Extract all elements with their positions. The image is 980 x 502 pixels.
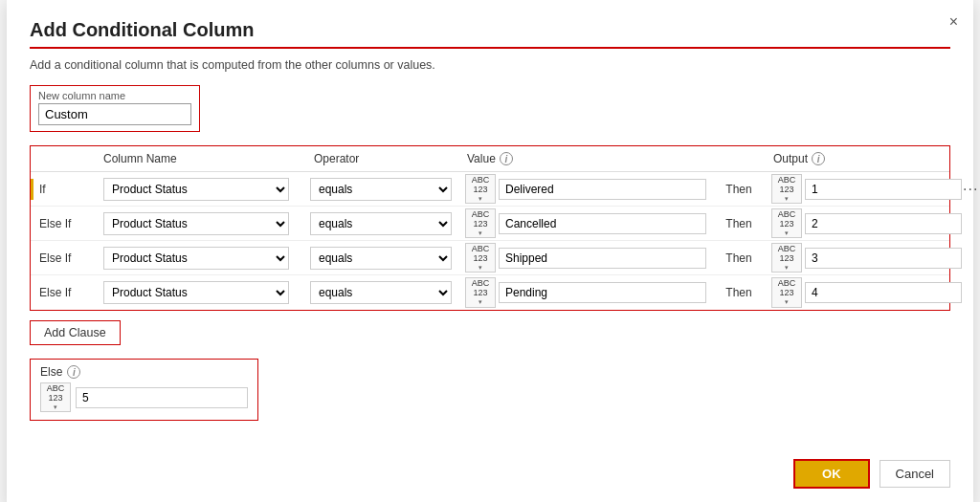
row-0-op: equals xyxy=(308,178,461,201)
new-column-section: New column name xyxy=(30,85,200,132)
dialog-subtitle: Add a conditional column that is compute… xyxy=(30,58,950,72)
row-2-operator-select[interactable]: equals xyxy=(310,247,452,270)
row-2-column-select[interactable]: Product Status xyxy=(103,247,289,270)
row-0-then: Then xyxy=(710,183,768,196)
row-3-then: Then xyxy=(710,286,768,299)
row-2-op: equals xyxy=(308,247,461,270)
else-section: Else i ABC 123 ▾ xyxy=(30,359,258,421)
row-0-output-input[interactable] xyxy=(805,179,962,200)
row-1-output-type-badge[interactable]: ABC 123 ▾ xyxy=(771,208,802,238)
table-row: Else If Product Status equals ABC 123 ▾ xyxy=(31,275,949,310)
row-0-actions: ··· xyxy=(959,181,980,198)
row-0-type-badge[interactable]: ABC 123 ▾ xyxy=(465,174,496,204)
row-0-output-cell: ABC 123 ▾ xyxy=(768,174,959,204)
row-3-value-input[interactable] xyxy=(499,282,706,303)
dialog-title: Add Conditional Column xyxy=(30,19,950,49)
row-2-then: Then xyxy=(710,251,768,265)
row-0-value-cell: ABC 123 ▾ xyxy=(461,174,710,204)
row-1-type-badge[interactable]: ABC 123 ▾ xyxy=(465,208,496,238)
header-then xyxy=(710,150,768,167)
else-info-icon: i xyxy=(67,365,80,379)
header-actions xyxy=(959,150,980,167)
value-info-icon: i xyxy=(500,152,513,165)
close-button[interactable]: × xyxy=(949,13,958,31)
cancel-button[interactable]: Cancel xyxy=(880,460,950,488)
header-operator: Operator xyxy=(308,150,461,167)
row-2-output-input[interactable] xyxy=(805,248,962,269)
row-0-value-input[interactable] xyxy=(499,179,706,200)
row-0-output-type-badge[interactable]: ABC 123 ▾ xyxy=(771,174,802,204)
row-1-value-cell: ABC 123 ▾ xyxy=(461,208,710,238)
header-output: Output i xyxy=(768,150,959,167)
row-0-label: If xyxy=(31,179,98,200)
header-column-name: Column Name xyxy=(98,150,308,167)
else-label: Else i xyxy=(40,365,248,379)
row-3-col: Product Status xyxy=(98,281,308,304)
row-1-then: Then xyxy=(710,217,768,230)
row-1-value-input[interactable] xyxy=(499,213,706,234)
table-header: Column Name Operator Value i Output i xyxy=(31,146,949,172)
row-2-value-input[interactable] xyxy=(499,248,706,269)
row-3-op: equals xyxy=(308,281,461,304)
row-1-col: Product Status xyxy=(98,212,308,235)
row-2-value-cell: ABC 123 ▾ xyxy=(461,243,710,273)
row-2-col: Product Status xyxy=(98,247,308,270)
dialog-footer: OK Cancel xyxy=(30,459,950,489)
new-column-input[interactable] xyxy=(38,103,191,125)
ok-button[interactable]: OK xyxy=(793,459,870,489)
row-0-operator-select[interactable]: equals xyxy=(310,178,452,201)
row-2-type-badge[interactable]: ABC 123 ▾ xyxy=(465,243,496,273)
else-section-wrapper: Else i ABC 123 ▾ xyxy=(30,359,950,440)
add-conditional-column-dialog: × Add Conditional Column Add a condition… xyxy=(7,0,973,502)
header-value: Value i xyxy=(461,150,710,167)
table-row: Else If Product Status equals ABC 123 ▾ xyxy=(31,207,949,241)
add-clause-button[interactable]: Add Clause xyxy=(30,320,121,345)
row-1-output-input[interactable] xyxy=(805,213,962,234)
else-value-input[interactable] xyxy=(76,387,248,408)
row-0-col: Product Status xyxy=(98,178,308,201)
table-row: Else If Product Status equals ABC 123 ▾ xyxy=(31,241,949,275)
row-1-column-select[interactable]: Product Status xyxy=(103,212,289,235)
header-col1 xyxy=(31,150,98,167)
row-1-op: equals xyxy=(308,212,461,235)
row-3-output-input[interactable] xyxy=(805,282,962,303)
row-3-output-type-badge[interactable]: ABC 123 ▾ xyxy=(771,277,802,307)
new-column-label: New column name xyxy=(38,90,191,101)
row-3-output-cell: ABC 123 ▾ xyxy=(768,277,959,307)
output-info-icon: i xyxy=(812,152,825,165)
row-1-label: Else If xyxy=(31,213,98,234)
row-0-column-select[interactable]: Product Status xyxy=(103,178,289,201)
conditions-table: Column Name Operator Value i Output i If… xyxy=(30,145,950,311)
row-3-column-select[interactable]: Product Status xyxy=(103,281,289,304)
row-3-value-cell: ABC 123 ▾ xyxy=(461,277,710,307)
else-type-badge[interactable]: ABC 123 ▾ xyxy=(40,382,71,412)
row-3-operator-select[interactable]: equals xyxy=(310,281,452,304)
row-2-output-type-badge[interactable]: ABC 123 ▾ xyxy=(771,243,802,273)
else-input-row: ABC 123 ▾ xyxy=(40,382,248,412)
row-2-output-cell: ABC 123 ▾ xyxy=(768,243,959,273)
row-1-output-cell: ABC 123 ▾ xyxy=(768,208,959,238)
row-2-label: Else If xyxy=(31,248,98,269)
row-0-more-button[interactable]: ··· xyxy=(959,181,980,198)
row-3-label: Else If xyxy=(31,282,98,303)
row-1-operator-select[interactable]: equals xyxy=(310,212,452,235)
row-3-type-badge[interactable]: ABC 123 ▾ xyxy=(465,277,496,307)
table-row: If Product Status equals ABC 123 ▾ Then xyxy=(31,172,949,207)
